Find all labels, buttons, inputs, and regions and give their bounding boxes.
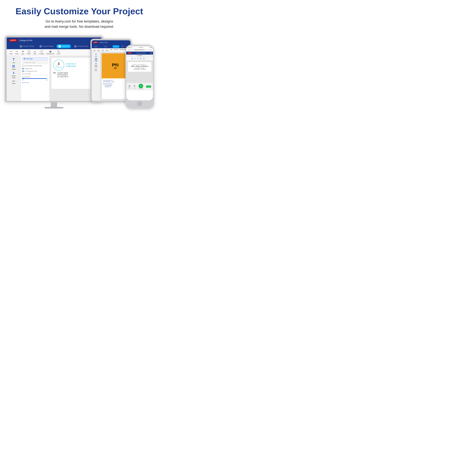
see-how-link[interactable]: ▶ See How [22, 82, 48, 83]
tablet-label: P91 EST 1787 SW 4TH STSAN RAFAEL, CA 9 T… [102, 53, 129, 99]
tablet-screen: AVERY | Design & Print 1 Choose Product … [92, 40, 130, 101]
toolbar-undo[interactable]: ↩Undo [9, 50, 13, 55]
label-address: 2314 W. G CHICAGO [66, 63, 76, 68]
step-3[interactable]: 3 Customize [56, 44, 71, 48]
toolbar: ↩Undo ↪Redo ⧉Copy 📋Paste ⚌Align [7, 49, 101, 56]
tablet-avery-logo: AVERY [93, 42, 98, 43]
phone-copy-icon[interactable]: ⧉ [140, 57, 141, 60]
phone-canvas: KINDLY DELIVER TO Miss Anna Eddlsen 901 … [126, 60, 153, 83]
orange-label: P91 EST [102, 53, 129, 78]
monitor-avery-header: AVERY | Design & Print [7, 37, 101, 43]
image-panel: 🖼 Add Image ↺ Replace Image Lock Backgro… [21, 56, 50, 101]
change-color-option[interactable]: Change Color [22, 68, 48, 70]
toolbar-align[interactable]: ⚌Align [33, 50, 36, 55]
left-panel-more[interactable]: ••• More [12, 80, 15, 84]
toolbar-redo[interactable]: ↪Redo [15, 50, 19, 55]
phone-url-bar[interactable]: ◁ app.print.avery.com ↺ [127, 49, 152, 51]
page-title: Easily Customize Your Project [16, 6, 143, 16]
toolbar-zoom[interactable]: 🔍Zoom [57, 50, 60, 55]
step-4[interactable]: 4 Preview & Print [72, 44, 90, 48]
devices-container: AVERY | Design & Print 1 Choose Product … [6, 35, 152, 108]
phone-avery-header: AVERY Design & Print Mobile ☰ [126, 51, 153, 55]
toolbar-arrange[interactable]: ❑Arrange [39, 50, 44, 55]
tablet-toolbar-copy[interactable]: ⧉ Copy [102, 49, 104, 51]
phone-add-button[interactable]: + Add Objects [138, 84, 144, 89]
tablet-toolbar-arrange[interactable]: Arrange [114, 49, 118, 51]
replace-image-button[interactable]: ↺ Replace Image [22, 61, 48, 64]
phone-status-bar: Verizon ● 5:01 PM 54% [126, 46, 153, 49]
left-panel-import[interactable]: ⬇ Import Data [12, 71, 16, 79]
step-1[interactable]: 1 Choose Product [18, 44, 36, 48]
monitor-base [44, 107, 64, 108]
tablet-toolbar-align[interactable]: Align [110, 49, 113, 51]
transparency-slider[interactable] [22, 78, 48, 79]
phone-redo-icon[interactable]: ↪ [137, 57, 138, 60]
transparency-section: Transparency: 0% 95% [22, 76, 48, 81]
tablet-toolbar-bg[interactable]: Background [120, 49, 125, 51]
tablet-toolbar-paste[interactable]: 📋 Paste [106, 49, 108, 51]
monitor: AVERY | Design & Print 1 Choose Product … [5, 35, 103, 108]
slider-max: 95% [46, 80, 48, 81]
phone-toolbar: ⊡ ↩ ↪ ⧉ 📋 ⛶ [126, 57, 153, 60]
crop-image-option[interactable]: ⊡ Crop Image [22, 72, 48, 75]
phone-bottom-bar: ⊞ Sheet 👁 View + Add Objects Print [126, 83, 153, 90]
main-content: T Text 🖼 Image ⬇ Import Data [7, 56, 101, 101]
phone-avery-logo: AVERY [128, 52, 132, 54]
page-subtitle: Go to Avery.com for free templates, desi… [45, 19, 114, 29]
tablet-left-text[interactable]: T Text [95, 53, 97, 57]
left-panel-text[interactable]: T Text [12, 57, 15, 64]
tablet-steps: 1 Choose Product 2 Choose Design 3 Custo… [92, 45, 130, 48]
tablet-toolbar-undo[interactable]: ↩ Undo [93, 49, 96, 51]
toolbar-copy[interactable]: ⧉Copy [21, 50, 24, 55]
phone-fit-icon[interactable]: ⊡ [131, 57, 133, 60]
tablet-left-panel: T Text 🖼 Image ⬇ Import Data [92, 52, 101, 100]
phone-undo-icon[interactable]: ↩ [134, 57, 136, 60]
tablet-left-image[interactable]: 🖼 Image [94, 58, 97, 62]
tablet-header-title: | Design & Print [99, 42, 108, 43]
lock-aspect-row: Lock Background Aspect Ratio [22, 65, 48, 67]
monitor-stand [51, 102, 57, 107]
add-image-button[interactable]: 🖼 Add Image [22, 57, 48, 60]
phone-full-icon[interactable]: ⛶ [146, 57, 148, 60]
phone-screen: Verizon ● 5:01 PM 54% ◁ app.print.avery.… [126, 46, 153, 100]
set-transparent-option[interactable]: Set Transparent Color [22, 70, 48, 72]
tablet-step-3[interactable]: 3 Customize [113, 45, 119, 48]
monitor-frame: AVERY | Design & Print 1 Choose Product … [5, 35, 103, 102]
tablet-toolbar: ↩ Undo ↪ Redo ⧉ Copy 📋 Paste Align Arran… [92, 48, 130, 52]
step-2[interactable]: 2 Choose Design [37, 44, 55, 48]
phone-sheet-button[interactable]: ⊞ Sheet [128, 85, 131, 88]
transparency-label: Transparency: [22, 76, 48, 78]
phone-label: KINDLY DELIVER TO Miss Anna Eddlsen 901 … [128, 62, 151, 72]
left-panel: T Text 🖼 Image ⬇ Import Data [7, 56, 21, 101]
tablet-step-2[interactable]: 2 Choose Design [103, 45, 112, 48]
phone-home-button[interactable] [137, 101, 142, 106]
phone-avery-title: Design & Print Mobile [136, 52, 146, 53]
tablet-toolbar-redo[interactable]: ↪ Redo [97, 49, 100, 51]
tablet-main: T Text 🖼 Image ⬇ Import Data [92, 52, 130, 100]
left-panel-image[interactable]: 🖼 Image [12, 65, 16, 70]
avery-logo: AVERY [9, 39, 17, 42]
phone-view-button[interactable]: 👁 View [134, 85, 136, 88]
phone: Verizon ● 5:01 PM 54% ◁ app.print.avery.… [125, 45, 154, 108]
phone-paste-icon[interactable]: 📋 [142, 57, 145, 60]
phone-time: 5:01 PM [139, 47, 143, 48]
phone-customize-bar: Customize [126, 55, 153, 57]
tablet-left-import[interactable]: ⬇ Import Data [94, 63, 98, 67]
orange-label-text: P91 [112, 62, 119, 68]
avery-header-title: | Design & Print [19, 39, 32, 42]
iced-logo: 🍒 icedcreamery [53, 60, 64, 71]
steps-bar: 1 Choose Product 2 Choose Design 3 Custo… [7, 43, 101, 49]
tablet-step-1[interactable]: 1 Choose Product [93, 45, 102, 48]
tablet-header: AVERY | Design & Print [92, 40, 130, 45]
toolbar-paste[interactable]: 📋Paste [27, 50, 31, 55]
tablet-left-more[interactable]: ••• More [95, 68, 97, 71]
tablet-to-section: 1787 SW 4TH STSAN RAFAEL, CA 9 TO: Eric … [102, 78, 129, 89]
toolbar-background[interactable]: ▦Background [47, 50, 54, 55]
phone-print-button[interactable]: Print [146, 85, 151, 87]
lock-aspect-checkbox[interactable] [22, 65, 24, 67]
monitor-screen: AVERY | Design & Print 1 Choose Product … [7, 37, 101, 101]
slider-min: 0% [22, 80, 24, 81]
phone-carrier: Verizon ● [128, 47, 132, 48]
phone-frame: Verizon ● 5:01 PM 54% ◁ app.print.avery.… [125, 45, 154, 108]
phone-battery: 54% [150, 47, 152, 48]
